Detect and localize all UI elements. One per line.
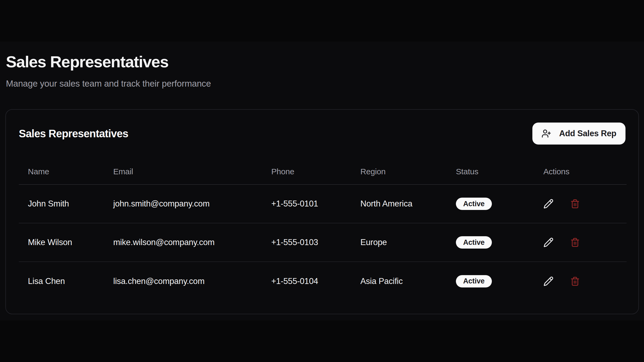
cell-region: Asia Pacific [351, 262, 447, 300]
column-header-name: Name [19, 159, 104, 184]
delete-button[interactable] [570, 199, 580, 209]
column-header-phone: Phone [262, 159, 351, 184]
pencil-icon [543, 237, 554, 248]
column-header-region: Region [351, 159, 447, 184]
page-title: Sales Representatives [6, 53, 169, 71]
column-header-status: Status [447, 159, 534, 184]
edit-button[interactable] [543, 199, 554, 209]
add-sales-rep-button-label: Add Sales Rep [559, 129, 616, 138]
trash-icon [570, 199, 580, 209]
user-plus-icon [541, 129, 551, 138]
card-header: Sales Representatives Add Sales Rep [19, 123, 625, 145]
trash-icon [570, 238, 580, 247]
cell-actions [534, 184, 627, 223]
sales-reps-card: Sales Representatives Add Sales Rep Name… [5, 109, 639, 314]
cell-actions [534, 262, 627, 300]
pencil-icon [543, 276, 554, 286]
cell-phone: +1-555-0101 [262, 184, 351, 223]
status-badge: Active [456, 236, 492, 249]
cell-status: Active [447, 262, 534, 300]
cell-name: Lisa Chen [19, 262, 104, 300]
pencil-icon [543, 199, 554, 209]
trash-icon [570, 276, 580, 286]
delete-button[interactable] [570, 238, 580, 247]
cell-status: Active [447, 223, 534, 262]
table-row: Mike Wilson mike.wilson@company.com +1-5… [19, 223, 627, 262]
cell-status: Active [447, 184, 534, 223]
cell-region: North America [351, 184, 447, 223]
edit-button[interactable] [543, 237, 554, 248]
cell-name: John Smith [19, 184, 104, 223]
cell-actions [534, 223, 627, 262]
cell-email: john.smith@company.com [104, 184, 262, 223]
page-subtitle: Manage your sales team and track their p… [6, 79, 211, 89]
card-title: Sales Representatives [19, 128, 128, 140]
cell-region: Europe [351, 223, 447, 262]
cell-name: Mike Wilson [19, 223, 104, 262]
cell-email: mike.wilson@company.com [104, 223, 262, 262]
table-row: John Smith john.smith@company.com +1-555… [19, 184, 627, 223]
cell-phone: +1-555-0104 [262, 262, 351, 300]
column-header-actions: Actions [534, 159, 627, 184]
status-badge: Active [456, 198, 492, 210]
cell-phone: +1-555-0103 [262, 223, 351, 262]
sales-reps-table: Name Email Phone Region Status Actions J… [19, 159, 627, 300]
table-header-row: Name Email Phone Region Status Actions [19, 159, 627, 184]
add-sales-rep-button[interactable]: Add Sales Rep [532, 123, 625, 145]
delete-button[interactable] [570, 276, 580, 286]
table-row: Lisa Chen lisa.chen@company.com +1-555-0… [19, 262, 627, 300]
column-header-email: Email [104, 159, 262, 184]
status-badge: Active [456, 275, 492, 287]
edit-button[interactable] [543, 276, 554, 286]
cell-email: lisa.chen@company.com [104, 262, 262, 300]
